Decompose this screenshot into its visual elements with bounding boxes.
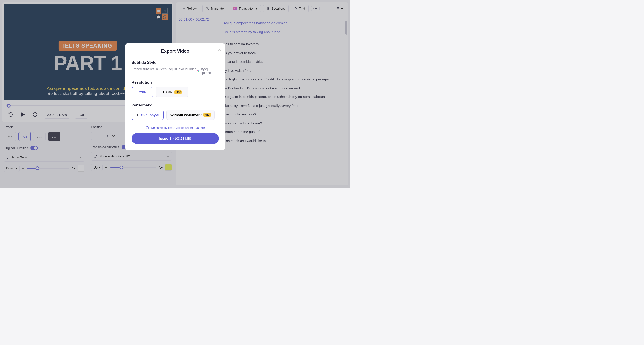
- modal-overlay: Export Video Subtitle Style Embed subtit…: [0, 0, 350, 187]
- svg-point-19: [198, 71, 198, 72]
- watermark-none[interactable]: Without watermark PRO: [166, 110, 215, 120]
- modal-title: Export Video: [132, 49, 219, 54]
- export-modal: Export Video Subtitle Style Embed subtit…: [125, 44, 225, 150]
- subtitle-style-desc: Embed subtitles in video, adjust layout …: [132, 67, 219, 75]
- info-message: We currently limits videos under 3000MB: [132, 126, 219, 130]
- svg-point-17: [197, 70, 198, 71]
- close-icon[interactable]: [218, 47, 222, 51]
- pro-badge: PRO: [203, 113, 211, 117]
- resolution-1080p[interactable]: 1080P PRO: [156, 87, 188, 97]
- style-icon: [196, 69, 200, 73]
- export-button[interactable]: Export (103.58 MB): [132, 133, 219, 144]
- watermark-label: Watermark: [132, 103, 219, 108]
- resolution-label: Resolution: [132, 80, 219, 85]
- watermark-brand[interactable]: SubEasy.ai: [132, 110, 164, 120]
- svg-point-18: [198, 70, 199, 71]
- subtitle-style-label: Subtitle Style: [132, 60, 219, 65]
- pro-badge: PRO: [174, 90, 182, 94]
- resolution-720p[interactable]: 720P: [132, 87, 153, 97]
